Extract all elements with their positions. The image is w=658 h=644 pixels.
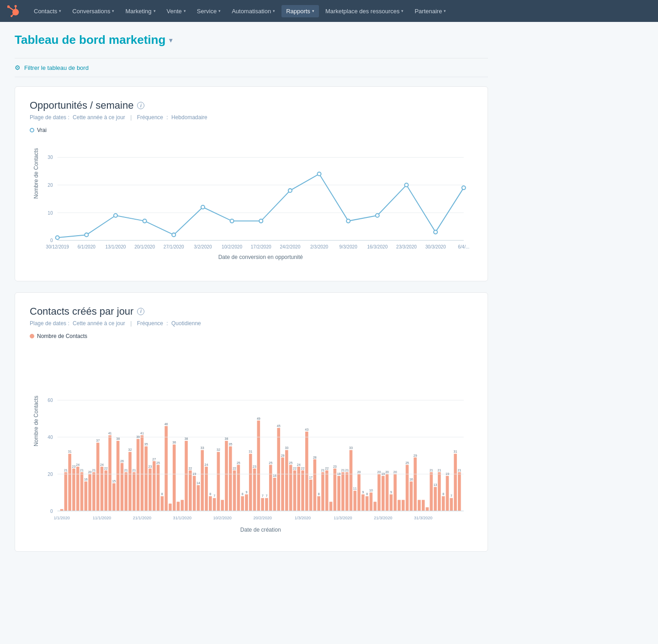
svg-rect-79 xyxy=(305,432,308,511)
svg-point-15 xyxy=(230,219,234,223)
svg-text:19: 19 xyxy=(337,472,341,475)
svg-text:17/2/2020: 17/2/2020 xyxy=(251,244,271,249)
svg-point-17 xyxy=(288,189,292,192)
svg-text:23/3/2020: 23/3/2020 xyxy=(396,244,417,249)
page-title-dropdown-icon[interactable]: ▾ xyxy=(169,37,172,44)
chart1-info-icon[interactable]: i xyxy=(137,102,144,109)
svg-point-9 xyxy=(56,236,59,239)
svg-text:2/3/2020: 2/3/2020 xyxy=(310,244,329,249)
svg-rect-93 xyxy=(249,454,252,511)
svg-rect-121 xyxy=(137,439,140,511)
svg-rect-139 xyxy=(64,472,68,511)
svg-text:0: 0 xyxy=(50,509,53,514)
chevron-down-icon: ▾ xyxy=(112,9,114,13)
svg-rect-80 xyxy=(301,470,304,511)
svg-rect-127 xyxy=(112,483,116,511)
chevron-down-icon: ▾ xyxy=(401,9,403,13)
svg-rect-81 xyxy=(297,467,300,511)
svg-text:19: 19 xyxy=(381,472,385,475)
svg-rect-51 xyxy=(418,500,421,511)
svg-rect-97 xyxy=(233,470,236,511)
svg-text:20: 20 xyxy=(48,472,53,477)
svg-text:21: 21 xyxy=(80,469,84,472)
chevron-down-icon: ▾ xyxy=(154,9,156,13)
svg-rect-137 xyxy=(72,469,75,511)
svg-rect-109 xyxy=(185,441,188,511)
svg-text:0: 0 xyxy=(50,238,53,243)
svg-rect-114 xyxy=(164,426,168,511)
svg-rect-88 xyxy=(269,465,272,511)
svg-rect-111 xyxy=(177,501,180,511)
svg-text:45: 45 xyxy=(277,424,281,428)
svg-rect-128 xyxy=(108,435,111,511)
svg-text:8: 8 xyxy=(366,492,368,496)
svg-text:24: 24 xyxy=(297,463,301,466)
svg-rect-67 xyxy=(353,491,356,511)
nav-conversations[interactable]: Conversations ▾ xyxy=(68,5,119,17)
svg-rect-100 xyxy=(221,500,224,511)
svg-point-23 xyxy=(462,186,466,190)
nav-service[interactable]: Service ▾ xyxy=(192,5,225,17)
main-nav: Contacts ▾ Conversations ▾ Marketing ▾ V… xyxy=(0,0,658,22)
chart-contacts: Contacts créés par jour i Plage de dates… xyxy=(15,292,488,552)
svg-point-16 xyxy=(259,219,263,223)
svg-text:6/4/...: 6/4/... xyxy=(458,244,469,249)
svg-rect-60 xyxy=(382,476,385,511)
svg-text:8: 8 xyxy=(318,492,320,496)
chart2-info-icon[interactable]: i xyxy=(137,308,144,315)
svg-rect-53 xyxy=(410,481,413,511)
svg-rect-64 xyxy=(366,496,369,511)
filter-bar: ⚙ Filtrer le tableau de bord xyxy=(15,58,488,77)
svg-text:27/1/2020: 27/1/2020 xyxy=(164,244,184,249)
svg-rect-134 xyxy=(85,481,88,511)
svg-text:26: 26 xyxy=(120,459,124,463)
chevron-down-icon: ▾ xyxy=(218,9,221,13)
svg-text:37: 37 xyxy=(96,439,100,442)
svg-text:21: 21 xyxy=(124,469,128,472)
svg-text:14: 14 xyxy=(196,481,200,485)
svg-text:11/1/2020: 11/1/2020 xyxy=(93,516,111,520)
svg-rect-94 xyxy=(245,494,248,511)
svg-text:19: 19 xyxy=(192,472,196,475)
svg-point-19 xyxy=(346,219,350,223)
svg-point-21 xyxy=(404,183,408,187)
svg-rect-71 xyxy=(337,476,340,511)
svg-text:32: 32 xyxy=(128,448,132,451)
chart1-legend: Vrai xyxy=(30,127,473,133)
nav-partenaire[interactable]: Partenaire ▾ xyxy=(410,5,451,17)
hubspot-logo[interactable] xyxy=(7,4,22,18)
svg-rect-115 xyxy=(161,496,164,511)
nav-marketing[interactable]: Marketing ▾ xyxy=(121,5,160,17)
svg-rect-138 xyxy=(68,454,71,511)
nav-vente[interactable]: Vente ▾ xyxy=(162,5,191,17)
nav-marketplace[interactable]: Marketplace des ressources ▾ xyxy=(321,5,409,17)
svg-rect-120 xyxy=(141,435,144,511)
svg-text:13: 13 xyxy=(434,483,437,486)
svg-rect-75 xyxy=(321,472,324,511)
chevron-down-icon: ▾ xyxy=(59,9,61,13)
svg-text:23: 23 xyxy=(253,465,256,468)
svg-rect-95 xyxy=(241,496,244,511)
nav-automatisation[interactable]: Automatisation ▾ xyxy=(227,5,280,17)
chart1-meta: Plage de dates : Cette année à ce jour |… xyxy=(30,114,473,121)
filter-label[interactable]: Filtrer le tableau de bord xyxy=(24,64,89,71)
svg-rect-55 xyxy=(402,500,405,511)
svg-rect-63 xyxy=(370,492,373,511)
nav-contacts[interactable]: Contacts ▾ xyxy=(29,5,66,17)
nav-rapports[interactable]: Rapports ▾ xyxy=(281,5,319,17)
svg-text:9: 9 xyxy=(362,491,364,494)
svg-text:Nombre de Contacts: Nombre de Contacts xyxy=(33,396,39,446)
svg-text:25: 25 xyxy=(237,461,240,465)
svg-text:23: 23 xyxy=(333,465,337,468)
svg-text:8: 8 xyxy=(442,492,444,496)
svg-text:25: 25 xyxy=(156,461,160,465)
svg-rect-58 xyxy=(390,494,393,511)
svg-text:9: 9 xyxy=(390,491,392,494)
svg-point-14 xyxy=(201,205,205,209)
svg-rect-74 xyxy=(325,470,329,511)
svg-text:22: 22 xyxy=(188,467,192,470)
svg-rect-132 xyxy=(92,472,96,511)
svg-rect-136 xyxy=(76,467,80,511)
svg-text:29: 29 xyxy=(414,454,417,457)
svg-text:21: 21 xyxy=(341,469,345,472)
